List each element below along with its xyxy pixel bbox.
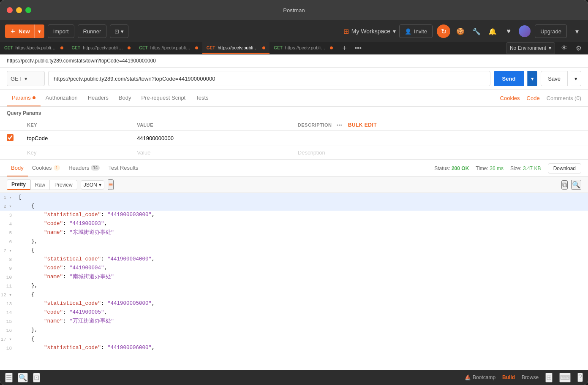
bootcamp-section[interactable]: ⛵ Bootcamp <box>465 374 495 380</box>
resp-cookies-tab[interactable]: Cookies 1 <box>28 160 65 176</box>
code-link[interactable]: Code <box>527 95 540 101</box>
minimize-button[interactable] <box>16 7 22 13</box>
new-button-main[interactable]: ＋ New <box>5 27 34 36</box>
param-key-cell-1[interactable]: topCode <box>20 131 130 146</box>
resp-test-results-tab[interactable]: Test Results <box>104 160 142 176</box>
code-line-18: 18 "statistical_code": "441900006000", <box>0 344 588 352</box>
send-button[interactable]: Send <box>494 71 524 86</box>
desc-column-header: DESCRIPTION ••• Bulk Edit <box>291 119 588 131</box>
bell-icon-button[interactable]: 🔔 <box>487 25 498 37</box>
build-label[interactable]: Build <box>502 374 515 380</box>
param-value-cell-empty[interactable]: Value <box>130 146 291 160</box>
code-view[interactable]: 1 ▾ [ 2 ▾ { 3 "statistical_code": "44190… <box>0 193 588 370</box>
param-checkbox-1[interactable] <box>7 134 14 141</box>
maximize-button[interactable] <box>25 7 31 13</box>
url-input[interactable] <box>48 71 490 86</box>
code-line-15: 15 "name": "万江街道办事处" <box>0 317 588 326</box>
send-dropdown-button[interactable]: ▾ <box>527 71 537 86</box>
format-select[interactable]: JSON ▾ <box>81 180 104 190</box>
copy-button[interactable]: ⧉ <box>561 180 568 190</box>
param-value-cell-1[interactable]: 441900000000 <box>130 131 291 146</box>
history-button[interactable]: ⊡ ▾ <box>110 24 128 38</box>
method-select[interactable]: GET ▾ <box>7 71 45 86</box>
line-content-8: "statistical_code": "441900004000", <box>17 255 588 264</box>
main-content: https://pcctv.public.ty289.com/stats/tow… <box>0 54 588 370</box>
line-content-5: "name": "东城街道办事处" <box>17 228 588 237</box>
tab-dot-2 <box>128 46 131 49</box>
param-key-cell-empty[interactable]: Key <box>20 146 130 160</box>
param-key-placeholder: Key <box>27 149 36 156</box>
tab-url-1: https://pcctv.public.ty28 <box>16 45 58 50</box>
import-button[interactable]: Import <box>48 24 74 38</box>
layout-button[interactable]: ⊞ <box>545 373 553 382</box>
tab-2[interactable]: GET https://pcctv.public.ty28 <box>68 42 135 54</box>
response-tabs: Body Cookies 1 Headers 14 Test Results S… <box>0 160 588 177</box>
key-column-header: KEY <box>20 119 130 131</box>
save-dropdown-button[interactable]: ▾ <box>571 71 581 86</box>
save-button[interactable]: Save <box>541 71 568 86</box>
preview-tab[interactable]: Preview <box>50 180 77 190</box>
authorization-tab[interactable]: Authorization <box>41 90 83 106</box>
line-num-7: 7 ▾ <box>0 246 17 255</box>
cookies-link[interactable]: Cookies <box>500 95 520 101</box>
environment-selector[interactable]: No Environment ▾ <box>506 42 555 54</box>
tests-tab[interactable]: Tests <box>191 90 213 106</box>
upgrade-dropdown-icon-button[interactable]: ▾ <box>571 25 583 37</box>
titlebar: Postman <box>0 0 588 20</box>
runner-button[interactable]: Runner <box>78 24 107 38</box>
line-num-10: 10 <box>0 273 17 282</box>
tab-url-2: https://pcctv.public.ty28 <box>83 45 125 50</box>
resp-body-tab[interactable]: Body <box>7 160 28 176</box>
new-button[interactable]: ＋ New ▾ <box>5 24 44 38</box>
cookie-icon-button[interactable]: 🍪 <box>455 25 466 37</box>
settings-icon-button[interactable]: ⚙ <box>573 42 585 54</box>
help-button[interactable]: ? <box>577 373 583 382</box>
tab-1[interactable]: GET https://pcctv.public.ty28 <box>0 42 68 54</box>
line-num-11: 11 <box>0 282 17 290</box>
bulk-edit-button[interactable]: Bulk Edit <box>348 122 377 128</box>
param-desc-cell-1[interactable] <box>291 131 588 146</box>
tab-4[interactable]: GET https://pcctv.public.ty28 <box>202 42 270 54</box>
window-title: Postman <box>283 7 305 14</box>
new-button-arrow[interactable]: ▾ <box>34 24 44 38</box>
upgrade-button[interactable]: Upgrade <box>535 24 567 38</box>
pretty-tab[interactable]: Pretty <box>7 179 30 190</box>
heart-icon-button[interactable]: ♥ <box>503 25 514 37</box>
add-tab-button[interactable]: + <box>339 42 351 54</box>
browse-label[interactable]: Browse <box>522 374 539 380</box>
find-button[interactable]: 🔍 <box>18 373 28 382</box>
headers-tab[interactable]: Headers <box>83 90 114 106</box>
raw-tab[interactable]: Raw <box>30 180 50 190</box>
invite-button[interactable]: 👤 Invite <box>399 24 433 38</box>
line-num-6: 6 <box>0 237 17 246</box>
tab-method-3: GET <box>139 46 148 50</box>
query-params-header: Query Params <box>0 107 588 119</box>
param-checkbox-cell-1[interactable] <box>0 131 20 146</box>
code-line-3: 3 "statistical_code": "441900003000", <box>0 211 588 220</box>
search-button[interactable]: 🔍 <box>571 180 581 190</box>
line-num-16: 16 <box>0 326 17 335</box>
tab-5[interactable]: GET https://pcctv.public.ty28 <box>270 42 337 54</box>
sync-button[interactable]: ↻ <box>437 24 450 38</box>
param-desc-cell-empty[interactable]: Description <box>291 146 588 160</box>
sidebar-toggle-button[interactable]: ☰ <box>5 373 13 382</box>
prerequest-tab[interactable]: Pre-request Script <box>136 90 191 106</box>
download-button[interactable]: Download <box>548 163 581 174</box>
wrap-button[interactable]: ≡ <box>108 179 114 190</box>
params-tab[interactable]: Params <box>7 90 41 106</box>
resp-headers-tab[interactable]: Headers 14 <box>64 160 104 176</box>
line-content-7: { <box>17 246 588 255</box>
workspace-button[interactable]: ⊞ My Workspace ▾ <box>343 27 396 35</box>
avatar[interactable] <box>519 25 531 37</box>
comments-link[interactable]: Comments (0) <box>547 95 581 101</box>
history-footer-button[interactable]: ⊡ <box>33 373 40 382</box>
close-button[interactable] <box>7 7 13 13</box>
size-label: Size: 3.47 KB <box>510 165 541 171</box>
param-desc-placeholder: Description <box>298 149 325 156</box>
body-tab[interactable]: Body <box>114 90 136 106</box>
wrench-icon-button[interactable]: 🔧 <box>471 25 482 37</box>
eye-icon-button[interactable]: 👁 <box>558 42 570 54</box>
more-tabs-button[interactable]: ••• <box>352 42 364 54</box>
keyboard-button[interactable]: ⌨ <box>559 373 571 382</box>
tab-3[interactable]: GET https://pcctv.public.ty28 <box>135 42 202 54</box>
